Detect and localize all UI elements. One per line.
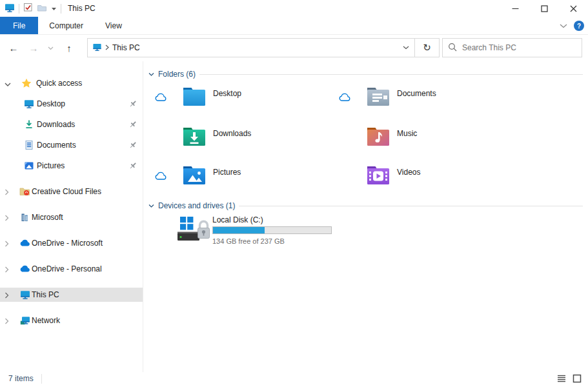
group-title: Folders (6) xyxy=(158,70,196,79)
sidebar-item-label: OneDrive - Personal xyxy=(32,264,102,273)
local-disk-bitlocker-icon xyxy=(176,214,210,248)
search-icon xyxy=(448,43,457,54)
drive-usage-fill xyxy=(213,227,265,233)
music-folder-icon xyxy=(366,126,390,150)
forward-button[interactable]: → xyxy=(25,39,43,58)
search-input[interactable] xyxy=(462,43,576,52)
tab-label: File xyxy=(13,21,25,30)
folder-tile-desktop[interactable]: Desktop xyxy=(154,86,328,112)
sidebar-item-label: Creative Cloud Files xyxy=(32,187,101,196)
group-header-folders[interactable]: Folders (6) xyxy=(148,69,583,79)
sidebar-item-label: This PC xyxy=(32,290,59,299)
sidebar-item-onedrive-personal[interactable]: OneDrive - Personal xyxy=(0,262,143,276)
chevron-down-icon[interactable] xyxy=(148,70,154,79)
chevron-right-icon[interactable] xyxy=(5,240,9,249)
chevron-down-icon[interactable] xyxy=(148,201,154,210)
sidebar-item-this-pc[interactable]: This PC xyxy=(0,288,143,302)
chevron-right-icon[interactable] xyxy=(5,188,9,197)
chevron-right-icon[interactable] xyxy=(5,214,9,223)
address-bar[interactable]: This PC ↻ xyxy=(87,38,440,57)
drive-name: Local Disk (C:) xyxy=(212,215,263,224)
forward-arrow-icon: → xyxy=(29,43,39,54)
creative-cloud-folder-icon xyxy=(19,186,30,198)
group-header-rule xyxy=(199,74,583,75)
this-pc-icon xyxy=(92,43,102,54)
onedrive-cloud-icon xyxy=(19,239,30,248)
help-icon[interactable]: ? xyxy=(574,21,584,31)
tab-computer[interactable]: Computer xyxy=(38,17,94,34)
breadcrumb-location[interactable]: This PC xyxy=(112,43,140,52)
group-header-devices[interactable]: Devices and drives (1) xyxy=(148,201,583,211)
folder-tile-downloads[interactable]: Downloads xyxy=(154,126,328,152)
back-arrow-icon: ← xyxy=(9,43,19,54)
sidebar-item-downloads[interactable]: Downloads xyxy=(0,117,143,132)
status-bar: 7 items xyxy=(0,372,588,385)
refresh-button[interactable]: ↻ xyxy=(414,39,439,57)
tab-view[interactable]: View xyxy=(94,17,133,34)
navigation-toolbar: ← → ↑ This PC ↻ xyxy=(0,35,588,61)
chevron-right-icon[interactable] xyxy=(5,266,9,275)
folder-tile-documents[interactable]: Documents xyxy=(338,86,512,112)
sidebar-item-desktop[interactable]: Desktop xyxy=(0,97,143,111)
pin-icon[interactable] xyxy=(128,161,137,172)
this-pc-icon xyxy=(20,290,30,302)
pictures-icon xyxy=(24,161,34,173)
sidebar-item-label: Documents xyxy=(37,141,76,150)
pin-icon[interactable] xyxy=(128,120,137,131)
back-button[interactable]: ← xyxy=(3,39,25,58)
address-dropdown-chevron[interactable] xyxy=(398,39,414,57)
tab-file[interactable]: File xyxy=(0,17,38,34)
drive-tile-local-disk-c[interactable]: Local Disk (C:) 134 GB free of 237 GB xyxy=(143,214,356,248)
pin-icon[interactable] xyxy=(128,141,137,152)
minimize-ribbon-chevron-icon[interactable] xyxy=(560,21,567,30)
cloud-sync-icon xyxy=(155,172,167,183)
customize-quick-access-toolbar-icon[interactable] xyxy=(51,4,57,13)
folder-name: Downloads xyxy=(213,129,251,138)
downloads-icon xyxy=(24,119,34,132)
sidebar-item-onedrive-microsoft[interactable]: OneDrive - Microsoft xyxy=(0,236,143,250)
chevron-right-icon[interactable] xyxy=(5,317,9,326)
network-icon xyxy=(20,315,30,328)
large-icons-view-button[interactable] xyxy=(571,373,583,384)
sidebar-item-label: Quick access xyxy=(36,79,82,88)
quick-access-star-icon xyxy=(21,78,32,90)
sidebar-item-creative-cloud-files[interactable]: Creative Cloud Files xyxy=(0,184,143,199)
videos-folder-icon xyxy=(366,164,390,188)
tab-label: View xyxy=(105,21,122,30)
titlebar-separator xyxy=(19,4,19,14)
up-button[interactable]: ↑ xyxy=(58,39,80,58)
new-folder-icon[interactable] xyxy=(37,3,47,14)
chevron-down-icon[interactable] xyxy=(5,80,11,89)
breadcrumb-chevron-icon[interactable] xyxy=(105,43,109,52)
cloud-sync-icon xyxy=(339,93,350,104)
pin-icon[interactable] xyxy=(128,99,137,110)
recent-locations-dropdown[interactable] xyxy=(43,39,58,58)
navigation-pane: Quick access Desktop Downloads Documents… xyxy=(0,61,143,372)
group-header-rule xyxy=(239,206,583,206)
sidebar-item-quick-access[interactable]: Quick access xyxy=(0,76,143,90)
sidebar-item-microsoft[interactable]: Microsoft xyxy=(0,210,143,224)
details-view-button[interactable] xyxy=(556,373,567,384)
folder-tile-videos[interactable]: Videos xyxy=(338,164,512,190)
sidebar-item-label: Desktop xyxy=(37,99,65,108)
minimize-button[interactable] xyxy=(501,0,530,17)
sidebar-item-network[interactable]: Network xyxy=(0,313,143,328)
maximize-button[interactable] xyxy=(530,0,559,17)
this-pc-window-icon xyxy=(5,3,15,15)
drive-free-space: 134 GB free of 237 GB xyxy=(212,237,285,245)
chevron-right-icon[interactable] xyxy=(5,291,9,301)
breadcrumb[interactable]: This PC xyxy=(88,43,398,54)
sidebar-item-label: Network xyxy=(32,316,60,325)
properties-checkbox-icon[interactable] xyxy=(23,3,33,14)
folder-tile-music[interactable]: Music xyxy=(338,126,512,152)
onedrive-cloud-icon xyxy=(19,265,30,274)
titlebar: This PC xyxy=(0,0,588,17)
close-button[interactable] xyxy=(559,0,588,17)
sidebar-item-pictures[interactable]: Pictures xyxy=(0,159,143,173)
sidebar-item-label: Microsoft xyxy=(32,213,63,222)
folder-tile-pictures[interactable]: Pictures xyxy=(154,164,328,190)
search-box[interactable] xyxy=(442,38,582,57)
pictures-folder-icon xyxy=(182,164,207,188)
up-arrow-icon: ↑ xyxy=(66,43,72,54)
sidebar-item-documents[interactable]: Documents xyxy=(0,138,143,152)
